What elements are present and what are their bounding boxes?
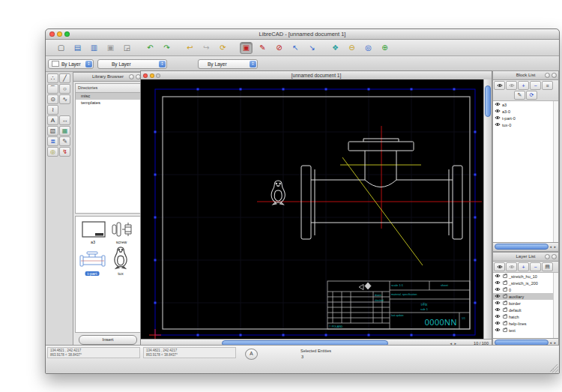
delete-entity-button[interactable]: ⊘ (273, 42, 285, 54)
block-visibility-eye-icon[interactable] (495, 109, 501, 114)
measure-tool-button[interactable]: ◎ (47, 147, 58, 157)
layer-lock-icon[interactable] (503, 281, 507, 285)
resize-grip[interactable] (550, 364, 558, 373)
library-item-label-selected[interactable]: t-part (85, 271, 100, 276)
directory-item-templates[interactable]: templates (76, 100, 140, 106)
save-file-button[interactable]: ▥ (88, 42, 100, 54)
panel-close-button[interactable] (552, 73, 557, 78)
layer-visibility-eye-icon[interactable] (495, 328, 501, 333)
ellipse-tool-button[interactable]: ⊙ (47, 94, 58, 104)
layer-visibility-eye-icon[interactable] (495, 294, 501, 299)
block-list-item[interactable]: t-part-0 (493, 115, 558, 121)
block-visibility-eye-icon[interactable] (495, 102, 501, 107)
block-list-item[interactable]: a3 (493, 101, 558, 108)
layer-list-item[interactable]: _stretch_is_200 (493, 280, 558, 286)
hide-all-blocks-button[interactable] (506, 81, 517, 90)
arc-tool-button[interactable]: ⌒ (47, 84, 58, 94)
layer-lock-icon[interactable] (503, 295, 507, 298)
layer-list-vscroll[interactable] (553, 273, 558, 338)
zoom-window-button[interactable]: ◎ (362, 42, 375, 54)
image-tool-button[interactable]: ▦ (59, 126, 70, 136)
layer-lock-icon[interactable] (503, 274, 507, 278)
show-all-layers-button[interactable] (494, 262, 505, 271)
block-visibility-eye-icon[interactable] (495, 115, 501, 121)
redraw-button[interactable]: ⟳ (217, 42, 229, 54)
block-list-item[interactable]: tux-0 (493, 121, 558, 128)
current-tool-button[interactable]: ▣ (240, 42, 253, 54)
block-attributes-button[interactable]: ≡ (542, 81, 553, 90)
layer-list-item[interactable]: _stretch_hu_10 (493, 273, 558, 280)
layer-visibility-eye-icon[interactable] (495, 287, 501, 292)
insert-block-button[interactable]: ⟳ (526, 91, 537, 100)
minimize-window-button[interactable] (57, 31, 62, 37)
block-visibility-eye-icon[interactable] (495, 122, 501, 127)
layer-lock-icon[interactable] (503, 322, 507, 325)
layer-list-item[interactable]: help-lines (493, 320, 558, 327)
print-button[interactable]: ▣ (104, 42, 117, 54)
library-item-label[interactable]: screw (116, 240, 127, 244)
edit-block-button[interactable]: ✎ (514, 91, 525, 100)
redo-button[interactable]: ↷ (160, 42, 173, 54)
polyline-tool-button[interactable]: ≀ (47, 105, 58, 115)
library-item-screw[interactable] (111, 220, 133, 242)
library-item-label[interactable]: tux (118, 271, 123, 276)
panel-float-button[interactable] (545, 73, 550, 78)
zoom-window-button[interactable] (64, 31, 70, 37)
vertical-scrollbar[interactable] (483, 79, 492, 339)
zoom-out-button[interactable]: ⊖ (345, 42, 358, 54)
draw-pen-button[interactable]: ✎ (256, 42, 269, 54)
library-item-label[interactable]: a3 (91, 240, 95, 244)
block-list-title[interactable]: Block List (493, 71, 558, 80)
select-entity-button[interactable]: ↖ (289, 42, 302, 54)
next-view-button[interactable]: ↪ (200, 42, 213, 54)
layer-list-item[interactable]: hatch (493, 313, 558, 320)
order-tool-button[interactable]: ↯ (59, 147, 70, 157)
layer-list-item[interactable]: text (493, 327, 558, 334)
doc-zoom-button[interactable] (156, 73, 160, 78)
modify-layer-button[interactable]: ▤ (542, 262, 553, 271)
library-item-a3[interactable] (82, 221, 106, 241)
spline-tool-button[interactable]: ∿ (59, 94, 70, 104)
layer-lock-icon[interactable] (503, 308, 507, 312)
line-tool-button[interactable]: ╱ (59, 73, 70, 83)
panel-close-button[interactable] (552, 254, 557, 259)
keycode-indicator[interactable]: A (245, 349, 258, 360)
hide-all-layers-button[interactable] (506, 262, 517, 271)
block-list-hscroll[interactable]: ◂ ▸ (493, 242, 558, 251)
remove-layer-button[interactable]: − (530, 262, 541, 271)
block-tool-button[interactable]: ≣ (47, 136, 58, 146)
close-window-button[interactable] (49, 31, 55, 37)
edit-tool-button[interactable]: ✎ (59, 136, 70, 146)
new-file-button[interactable]: ▢ (55, 42, 67, 54)
layer-lock-icon[interactable] (503, 315, 507, 319)
doc-minimize-button[interactable] (150, 73, 154, 78)
layer-visibility-eye-icon[interactable] (495, 321, 501, 326)
panel-float-button[interactable] (129, 74, 134, 79)
auto-zoom-button[interactable]: ❖ (329, 42, 342, 54)
layer-visibility-eye-icon[interactable] (495, 301, 501, 306)
layer-list-item[interactable]: border (493, 300, 558, 307)
block-list-hscroll-thumb[interactable] (495, 244, 549, 250)
layer-visibility-eye-icon[interactable] (495, 314, 501, 319)
deselect-entity-button[interactable]: ↘ (306, 42, 318, 54)
panel-float-button[interactable] (545, 254, 550, 259)
add-block-button[interactable]: + (518, 81, 529, 90)
block-list-vscroll[interactable] (553, 101, 558, 242)
layer-list-item[interactable]: 0 (493, 286, 558, 293)
library-item-t-part[interactable] (79, 250, 106, 271)
points-tool-button[interactable]: ∴ (47, 73, 58, 83)
insert-button[interactable]: Insert (79, 335, 137, 345)
library-browser-title[interactable]: Library Browser (73, 73, 142, 82)
t-part-drawing[interactable] (301, 139, 462, 239)
vertical-scroll-thumb[interactable] (485, 85, 491, 117)
remove-block-button[interactable]: − (530, 81, 541, 90)
block-list-item[interactable]: a3-0 (493, 108, 558, 115)
doc-close-button[interactable] (143, 73, 148, 78)
show-all-blocks-button[interactable] (494, 81, 505, 90)
directory-item-misc[interactable]: misc (76, 93, 140, 100)
color-dropdown[interactable]: By Layer ▴▾ (48, 59, 94, 69)
zoom-in-button[interactable]: ⊕ (378, 42, 391, 54)
text-tool-button[interactable]: A (47, 115, 58, 125)
undo-button[interactable]: ↶ (144, 42, 157, 54)
layer-list-item[interactable]: auxiliary (493, 293, 558, 300)
